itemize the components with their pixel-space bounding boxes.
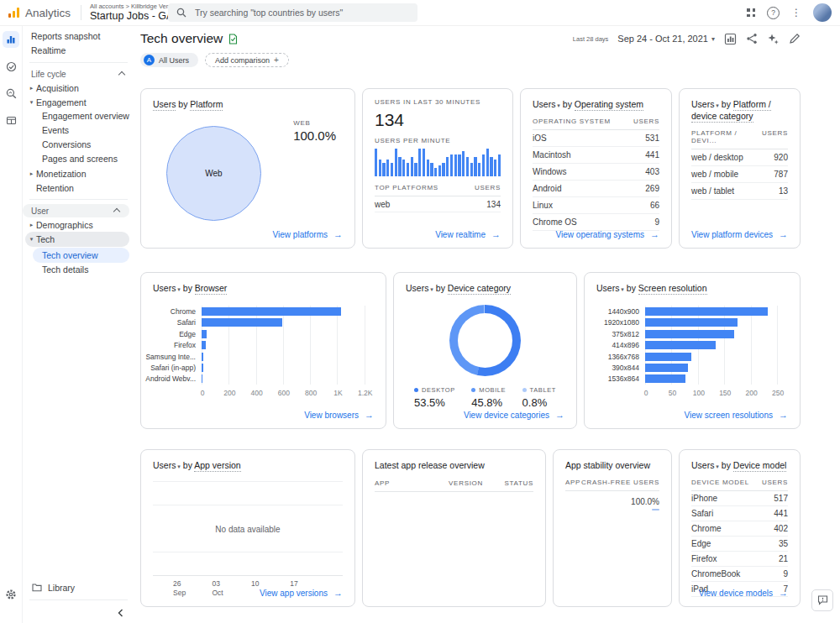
dimension-selector[interactable]: Platform [190, 99, 223, 111]
card-title: Users by Platform [153, 98, 343, 110]
y-axis-label: 1536x864 [596, 374, 645, 385]
collapse-chevron-icon [118, 71, 125, 78]
explore-nav-icon[interactable] [3, 85, 19, 102]
bar [645, 318, 738, 327]
analytics-logo-icon[interactable] [8, 8, 19, 18]
date-range-selector[interactable]: Sep 24 - Oct 21, 2021 [617, 34, 715, 44]
metric-selector[interactable]: Users [153, 460, 181, 470]
sidebar-subitem-tech-details[interactable]: Tech details [23, 263, 134, 277]
edit-icon[interactable] [789, 33, 801, 44]
dimension-selector[interactable]: Device model [733, 460, 787, 472]
bars [202, 306, 374, 385]
spark-bar [395, 149, 397, 176]
y-axis-label: Firefox [153, 339, 202, 350]
google-apps-grid-icon[interactable] [747, 8, 755, 17]
engagement-children: Engagement overviewEventsConversionsPage… [23, 109, 134, 166]
sidebar-item-demographics[interactable]: Demographics [23, 217, 134, 232]
search-icon [176, 8, 186, 18]
dimension-selector[interactable]: Device category [448, 283, 511, 295]
metric-selector[interactable]: Users [691, 460, 719, 470]
more-menu-icon[interactable] [791, 8, 801, 18]
view-browsers-link[interactable]: View browsers [304, 410, 374, 420]
card-title: USERS IN LAST 30 MINUTES [375, 98, 501, 106]
spark-bar [379, 160, 381, 176]
share-icon[interactable] [746, 33, 758, 44]
feedback-button[interactable] [811, 589, 833, 611]
view-operating-systems-link[interactable]: View operating systems [556, 229, 659, 239]
sidebar-item-engagement[interactable]: Engagement [23, 95, 134, 109]
collapse-sidebar-icon[interactable] [117, 609, 124, 617]
legend-item: DESKTOP 53.5% [414, 386, 455, 409]
dimension-selector[interactable]: Operating system [575, 99, 643, 111]
metric-selector[interactable]: Users [691, 99, 719, 109]
view-app-versions-link[interactable]: View app versions [260, 588, 343, 598]
sidebar-item-reports-snapshot[interactable]: Reports snapshot [23, 29, 134, 44]
bar-row [202, 362, 374, 373]
view-platform-devices-link[interactable]: View platform devices [691, 229, 788, 239]
metric-selector[interactable]: Users [153, 99, 176, 111]
all-users-chip[interactable]: All Users [140, 53, 198, 67]
bar-row [202, 339, 374, 350]
view-realtime-link[interactable]: View realtime [435, 229, 501, 239]
sidebar-subitem[interactable]: Events [23, 123, 134, 138]
spark-bar [450, 154, 453, 176]
table-header: APP VERSION STATUS [375, 471, 533, 492]
search-bar[interactable] [168, 3, 417, 22]
section-life-cycle[interactable]: Life cycle [23, 67, 134, 81]
spark-bar [470, 163, 473, 177]
spark-bar [466, 157, 469, 176]
table-row: Android 269 [533, 181, 659, 197]
metric-selector[interactable]: Users [596, 283, 624, 293]
sidebar-item-library[interactable]: Library [32, 583, 75, 593]
realtime-table: web 134 [375, 196, 501, 212]
reports-nav-icon[interactable] [3, 31, 19, 48]
card-latest-app-release: Latest app release overview APP VERSION … [362, 449, 546, 607]
customize-report-icon[interactable] [724, 33, 737, 45]
card-title: Users by Device model [691, 459, 788, 471]
insights-icon[interactable] [767, 33, 780, 45]
dimension-selector[interactable]: Browser [195, 283, 228, 295]
view-device-categories-link[interactable]: View device categories [464, 410, 564, 420]
card-app-stability: App stability overview APPCRASH-FREE USE… [553, 449, 672, 607]
dimension-selector[interactable]: Screen resolution [638, 283, 707, 295]
settings-gear-icon[interactable] [3, 586, 19, 603]
search-input[interactable] [193, 7, 409, 18]
legend-dot [522, 388, 527, 392]
metric-selector[interactable]: Users [153, 283, 181, 293]
home-nav-icon[interactable] [3, 58, 19, 75]
sidebar-subitem[interactable]: Pages and screens [23, 152, 134, 166]
axis-tick-label: 26Sep [173, 579, 212, 598]
shared-report-icon[interactable] [228, 34, 238, 44]
sidebar-item-tech[interactable]: Tech [25, 232, 129, 247]
section-label: User [31, 207, 49, 216]
add-comparison-chip[interactable]: Add comparison [205, 53, 289, 67]
sidebar-item-acquisition[interactable]: Acquisition [23, 81, 134, 95]
avatar[interactable] [813, 3, 832, 22]
sidebar-subitem[interactable]: Engagement overview [23, 109, 134, 123]
spark-bar [498, 154, 501, 176]
table-row: ChromeBook 9 [691, 567, 788, 582]
view-platforms-link[interactable]: View platforms [273, 229, 343, 239]
sidebar-subitem[interactable]: Conversions [23, 138, 134, 152]
view-screen-resolutions-link[interactable]: View screen resolutions [685, 410, 788, 420]
os-table: iOS 531 Macintosh 441 Windows [533, 130, 659, 231]
sidebar-item-retention[interactable]: Retention [23, 181, 134, 195]
help-icon[interactable] [767, 7, 780, 19]
metric-selector[interactable]: Users [533, 99, 560, 109]
spark-bar [423, 149, 425, 176]
bar [202, 318, 282, 327]
view-device-models-link[interactable]: View device models [699, 588, 788, 598]
sidebar-subitem-tech-overview[interactable]: Tech overview [33, 248, 129, 263]
section-user[interactable]: User [23, 204, 129, 217]
legend-dot [471, 388, 475, 392]
spark-bar [494, 160, 496, 176]
section-label: Life cycle [31, 70, 66, 79]
sidebar-item-monetization[interactable]: Monetization [23, 166, 134, 181]
metric-selector[interactable]: Users [406, 283, 433, 293]
table-header: DEVICE MODELUSERS [691, 471, 788, 491]
table-row: Chrome 402 [691, 521, 788, 537]
advertising-nav-icon[interactable] [3, 112, 19, 128]
dimension-selector[interactable]: App version [194, 460, 240, 472]
sidebar-item-realtime[interactable]: Realtime [23, 44, 134, 58]
card-title: Latest app release overview [375, 459, 533, 471]
